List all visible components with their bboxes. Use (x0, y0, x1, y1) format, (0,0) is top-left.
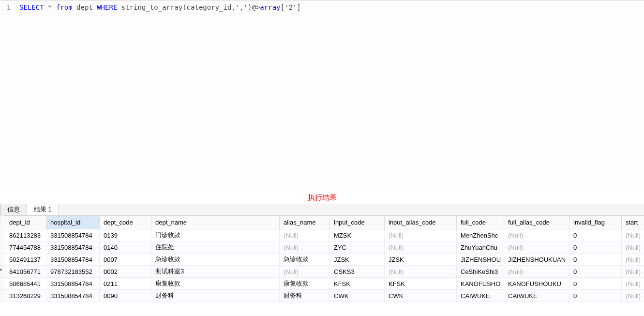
cell-invalid-flag[interactable]: 0 (569, 229, 622, 241)
table-row[interactable]: 8621132833315088547840139门诊收款(Null)MZSK(… (0, 229, 644, 241)
table-row[interactable]: 8410567719787321835520002测试科室3(Null)CSKS… (0, 266, 644, 278)
table-row[interactable]: 5066854413315088547840211康复收款康复收款KFSKKFS… (0, 278, 644, 290)
result-table-container[interactable]: dept_id hospital_id dept_code dept_name … (0, 215, 644, 302)
column-header-full-code[interactable]: full_code (457, 216, 504, 229)
cell-dept-name[interactable]: 急诊收款 (151, 254, 280, 266)
cell-full-code[interactable]: MenZhenShc (457, 229, 504, 241)
cell-input-code[interactable]: KFSK (330, 278, 385, 290)
cell-hospital-id[interactable]: 331508854784 (46, 241, 100, 254)
cell-dept-id[interactable]: 841056771 (5, 266, 46, 278)
cell-alias-name[interactable]: (Null) (280, 266, 330, 278)
table-row[interactable]: 7744547883315088547840140住院处(Null)ZYC(Nu… (0, 241, 644, 254)
cell-input-code[interactable]: CSKS3 (330, 266, 385, 278)
cell-invalid-flag[interactable]: 0 (569, 290, 622, 302)
table-row[interactable]: 3132682293315088547840090财务科财务科CWKCWKCAI… (0, 290, 644, 302)
cell-dept-code[interactable]: 0211 (100, 278, 151, 290)
sql-func: string_to_array(category_id, (117, 3, 235, 11)
cell-dept-name[interactable]: 康复收款 (151, 278, 280, 290)
cell-start[interactable]: (Null) (622, 229, 644, 241)
cell-input-alias-code[interactable]: (Null) (385, 266, 457, 278)
cell-dept-name[interactable]: 住院处 (151, 241, 280, 254)
cell-alias-name[interactable]: 急诊收款 (280, 254, 330, 266)
sql-code[interactable]: SELECT * from dept WHERE string_to_array… (15, 3, 301, 11)
cell-dept-id[interactable]: 774454788 (5, 241, 46, 254)
row-indicator[interactable] (0, 290, 5, 302)
cell-input-code[interactable]: CWK (330, 290, 385, 302)
editor-line[interactable]: 1 SELECT * from dept WHERE string_to_arr… (0, 2, 644, 12)
cell-alias-name[interactable]: 康复收款 (280, 278, 330, 290)
cell-invalid-flag[interactable]: 0 (569, 241, 622, 254)
cell-dept-id[interactable]: 313268229 (5, 290, 46, 302)
cell-full-code[interactable]: CAIWUKE (457, 290, 504, 302)
column-header-invalid-flag[interactable]: invalid_flag (569, 216, 622, 229)
column-header-input-code[interactable]: input_code (330, 216, 385, 229)
cell-dept-id[interactable]: 506685441 (5, 278, 46, 290)
sql-editor[interactable]: 1 SELECT * from dept WHERE string_to_arr… (0, 0, 644, 192)
column-header-dept-name[interactable]: dept_name (151, 216, 280, 229)
cell-hospital-id[interactable]: 331508854784 (46, 278, 100, 290)
result-table[interactable]: dept_id hospital_id dept_code dept_name … (0, 215, 644, 302)
column-header-dept-code[interactable]: dept_code (100, 216, 151, 229)
row-indicator[interactable] (0, 266, 5, 278)
cell-input-alias-code[interactable]: JZSK (385, 254, 457, 266)
cell-invalid-flag[interactable]: 0 (569, 278, 622, 290)
cell-dept-id[interactable]: 502491137 (5, 254, 46, 266)
cell-input-code[interactable]: ZYC (330, 241, 385, 254)
tab-result[interactable]: 结果 1 (27, 204, 59, 215)
cell-start[interactable]: (Null) (622, 241, 644, 254)
row-indicator[interactable] (0, 229, 5, 241)
cell-input-alias-code[interactable]: (Null) (385, 241, 457, 254)
cell-dept-name[interactable]: 门诊收款 (151, 229, 280, 241)
cell-start[interactable]: (Null) (622, 266, 644, 278)
cell-alias-name[interactable]: (Null) (280, 229, 330, 241)
cell-input-alias-code[interactable]: CWK (385, 290, 457, 302)
column-header-input-alias-code[interactable]: input_alias_code (385, 216, 457, 229)
cell-input-alias-code[interactable]: KFSK (385, 278, 457, 290)
row-indicator[interactable] (0, 241, 5, 254)
cell-alias-name[interactable]: (Null) (280, 241, 330, 254)
cell-input-code[interactable]: MZSK (330, 229, 385, 241)
tab-info[interactable]: 信息 (0, 204, 27, 215)
cell-full-alias-code[interactable]: JIZHENSHOUKUAN (504, 254, 569, 266)
cell-invalid-flag[interactable]: 0 (569, 254, 622, 266)
row-indicator[interactable] (0, 254, 5, 266)
cell-full-code[interactable]: CeShiKeShi3 (457, 266, 504, 278)
cell-hospital-id[interactable]: 331508854784 (46, 290, 100, 302)
cell-full-code[interactable]: JIZHENSHOU (457, 254, 504, 266)
cell-input-code[interactable]: JZSK (330, 254, 385, 266)
cell-dept-code[interactable]: 0140 (100, 241, 151, 254)
cell-dept-id[interactable]: 862113283 (5, 229, 46, 241)
column-header-start[interactable]: start (622, 216, 644, 229)
cell-hospital-id[interactable]: 331508854784 (46, 254, 100, 266)
sql-table: dept (73, 3, 97, 11)
column-header-alias-name[interactable]: alias_name (280, 216, 330, 229)
cell-dept-code[interactable]: 0002 (100, 266, 151, 278)
cell-hospital-id[interactable]: 978732183552 (46, 266, 100, 278)
cell-start[interactable]: (Null) (622, 278, 644, 290)
cell-start[interactable]: (Null) (622, 254, 644, 266)
cell-full-alias-code[interactable]: (Null) (504, 229, 569, 241)
cell-dept-code[interactable]: 0090 (100, 290, 151, 302)
cell-dept-code[interactable]: 0139 (100, 229, 151, 241)
table-header-row: dept_id hospital_id dept_code dept_name … (0, 216, 644, 229)
cell-invalid-flag[interactable]: 0 (569, 266, 622, 278)
cell-full-alias-code[interactable]: (Null) (504, 266, 569, 278)
table-row[interactable]: 5024911373315088547840007急诊收款急诊收款JZSKJZS… (0, 254, 644, 266)
cell-full-alias-code[interactable]: CAIWUKE (504, 290, 569, 302)
cell-full-code[interactable]: ZhuYuanChu (457, 241, 504, 254)
cell-alias-name[interactable]: 财务科 (280, 290, 330, 302)
cell-full-code[interactable]: KANGFUSHO (457, 278, 504, 290)
cell-start[interactable]: (Null) (622, 290, 644, 302)
cell-hospital-id[interactable]: 331508854784 (46, 229, 100, 241)
column-header-hospital-id[interactable]: hospital_id (46, 216, 100, 229)
sql-keyword-select: SELECT (19, 3, 44, 11)
column-header-full-alias-code[interactable]: full_alias_code (504, 216, 569, 229)
row-indicator[interactable] (0, 278, 5, 290)
cell-dept-name[interactable]: 财务科 (151, 290, 280, 302)
cell-full-alias-code[interactable]: KANGFUSHOUKU (504, 278, 569, 290)
cell-input-alias-code[interactable]: (Null) (385, 229, 457, 241)
cell-dept-code[interactable]: 0007 (100, 254, 151, 266)
cell-full-alias-code[interactable]: (Null) (504, 241, 569, 254)
column-header-dept-id[interactable]: dept_id (5, 216, 46, 229)
cell-dept-name[interactable]: 测试科室3 (151, 266, 280, 278)
